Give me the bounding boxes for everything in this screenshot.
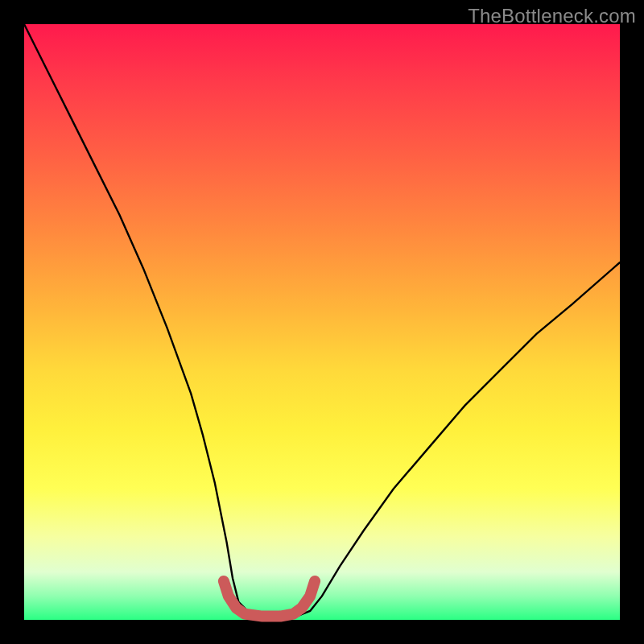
chart-frame: TheBottleneck.com: [0, 0, 644, 644]
plot-area: [24, 24, 620, 620]
bottleneck-curve: [24, 24, 620, 617]
watermark-text: TheBottleneck.com: [468, 5, 636, 27]
curve-layer: [24, 24, 620, 620]
